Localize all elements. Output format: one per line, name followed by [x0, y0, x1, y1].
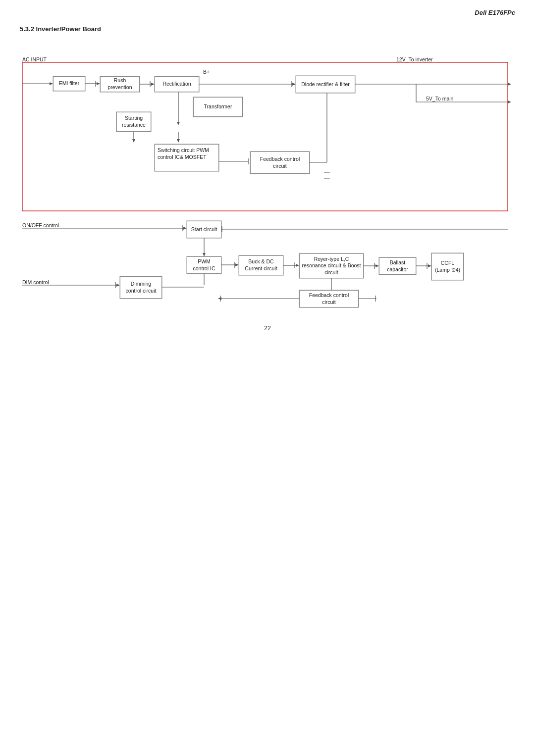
diagram-container: AC INPUT EMI filter Rush prevention Rect…	[20, 48, 515, 305]
diode-rectifier-block: Diode rectifier & filter	[296, 76, 355, 93]
section-title: 5.3.2 Inverter/Power Board	[0, 16, 535, 33]
buck-dc-block: Buck & DC Current circuit	[239, 255, 283, 275]
b-plus-label: B+	[203, 69, 210, 76]
on-off-label: ON/OFF control	[22, 222, 59, 229]
svg-marker-77	[116, 284, 120, 287]
transformer-block: Transformer	[193, 97, 243, 117]
rush-prevention-block: Rush prevention	[100, 76, 140, 92]
svg-marker-71	[218, 297, 221, 300]
svg-marker-2	[50, 82, 53, 85]
svg-marker-9	[151, 83, 155, 86]
svg-rect-0	[22, 62, 508, 211]
svg-marker-20	[508, 83, 511, 86]
5v-label: 5V_To main	[426, 96, 453, 102]
svg-marker-5	[97, 82, 100, 85]
starting-resistance-block: Starting resistance	[116, 112, 151, 132]
svg-marker-42	[183, 227, 187, 230]
ac-input-label: AC INPUT	[22, 56, 47, 63]
svg-marker-49	[203, 253, 206, 256]
page-header: Dell E176FPc	[0, 0, 535, 16]
dim-label: DIM control	[22, 279, 49, 286]
switching-circuit-block: Switching circuit PWM control IC& MOSFET	[155, 144, 219, 171]
svg-marker-15	[292, 83, 296, 86]
12v-label: 12V_To inverter	[396, 56, 433, 63]
svg-marker-62	[375, 264, 379, 267]
svg-marker-26	[177, 122, 180, 125]
svg-marker-54	[235, 263, 239, 266]
svg-marker-29	[132, 139, 135, 143]
emi-filter-block: EMI filter	[53, 76, 85, 91]
royer-block: Royer-type L,C resonance circuit & Boost…	[299, 253, 364, 278]
ballast-block: Ballast capacitor	[379, 257, 416, 275]
feedback-control-top-block: Feedback control circuit	[250, 151, 310, 174]
svg-marker-58	[296, 264, 299, 267]
start-circuit-block: Start circuit	[187, 221, 221, 238]
rectification-block: Rectification	[155, 76, 199, 92]
svg-marker-31	[177, 139, 180, 143]
feedback-control-bottom-block: Feedback control circuit	[299, 290, 359, 307]
page-number: 22	[0, 320, 535, 337]
ccfl-block: CCFL (Lamp ⊙4)	[431, 253, 464, 280]
pwm-control-ic-block: PWM control IC	[187, 256, 221, 274]
svg-marker-23	[508, 101, 511, 103]
svg-marker-66	[428, 264, 431, 267]
dimming-control-block: Dimming control circuit	[120, 276, 162, 299]
